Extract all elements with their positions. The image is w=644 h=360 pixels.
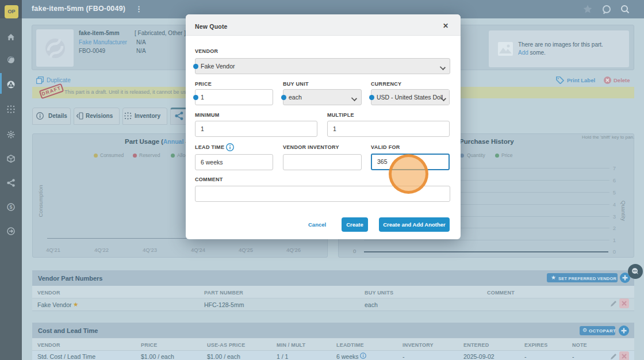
svg-text:$: $ (9, 204, 12, 210)
